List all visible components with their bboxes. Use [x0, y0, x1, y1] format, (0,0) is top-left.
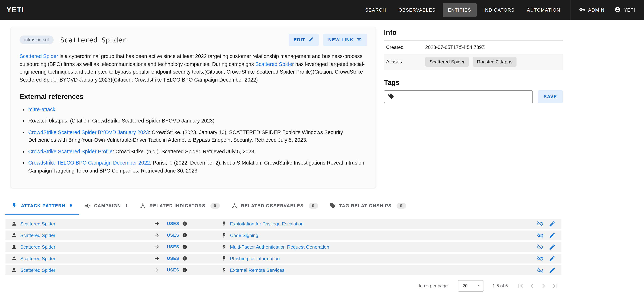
created-timestamp: 2023-07-05T17:54:54.789Z — [425, 44, 485, 50]
info-icon — [182, 268, 187, 273]
source-link[interactable]: Scattered Spider — [20, 256, 56, 261]
arrow-cell — [154, 244, 167, 250]
nav-item-observables[interactable]: OBSERVABLES — [393, 3, 441, 17]
user-icon-slot — [615, 6, 621, 14]
info-panel: Info Created 2023-07-05T17:54:54.789Z Al… — [384, 27, 563, 188]
edit-pencil-icon — [549, 232, 556, 239]
reference-item: Roasted 0ktapus: (Citation: CrowdStrike … — [28, 117, 367, 125]
relation-label[interactable]: USES — [167, 256, 179, 261]
newlink-icon-slot — [356, 37, 362, 43]
source-link[interactable]: Scattered Spider — [20, 233, 56, 238]
relationship-row: Scattered Spider USES Multi-Factor Authe… — [6, 242, 562, 252]
app-logo[interactable]: YETI — [6, 6, 24, 14]
tab-related-observables[interactable]: RELATED OBSERVABLES0 — [226, 197, 324, 215]
source-link[interactable]: Scattered Spider — [20, 267, 56, 273]
target-link[interactable]: Multi-Factor Authentication Request Gene… — [230, 244, 329, 250]
reference-item: CrowdStrike Scattered Spider Profile: Cr… — [28, 148, 367, 155]
save-tags-button[interactable]: SAVE — [538, 90, 563, 103]
relation-label[interactable]: USES — [167, 268, 179, 272]
relationship-type: USES — [167, 221, 221, 226]
tab-tag-relationships[interactable]: TAG RELATIONSHIPS0 — [324, 197, 412, 215]
entity-card: intrusion-set Scattered Spider EDIT NEW … — [11, 27, 376, 188]
relation-label[interactable]: USES — [167, 222, 179, 226]
lightning-icon — [221, 233, 227, 238]
relationship-tabs: ATTACK PATTERN5 CAMPAIGN1 RELATED INDICA… — [6, 197, 562, 215]
relationship-type: USES — [167, 268, 221, 273]
edit-relationship-button[interactable] — [549, 220, 556, 227]
target-link[interactable]: External Remote Services — [230, 267, 284, 273]
relationship-table: Scattered Spider USES Exploitation for P… — [6, 219, 562, 275]
edit-relationship-button[interactable] — [549, 255, 556, 262]
last-page-button[interactable] — [551, 282, 559, 290]
edit-relationship-button[interactable] — [549, 243, 556, 250]
alias-chips: Scattered SpiderRoasted 0ktapus — [425, 57, 517, 67]
edit-relationship-button[interactable] — [549, 232, 556, 239]
reference-link[interactable]: mitre-attack — [28, 107, 55, 112]
relationship-type: USES — [167, 256, 221, 261]
caret-slot — [476, 282, 481, 289]
relationship-source: Scattered Spider — [11, 232, 154, 238]
reference-item: CrowdStrike Scattered Spider BYOVD Janua… — [28, 129, 367, 144]
link-off-icon — [537, 255, 544, 262]
unlink-button[interactable] — [537, 243, 544, 250]
relation-label[interactable]: USES — [167, 233, 179, 237]
relationship-target: Multi-Factor Authentication Request Gene… — [221, 244, 537, 250]
person-icon — [11, 221, 17, 227]
tab-campaign[interactable]: CAMPAIGN1 — [78, 197, 134, 215]
unlink-button[interactable] — [537, 255, 544, 262]
new-link-button[interactable]: NEW LINK — [323, 34, 367, 46]
person-icon — [11, 267, 17, 273]
items-per-page-select[interactable]: 20 — [458, 280, 484, 292]
lightning-icon — [221, 244, 227, 250]
edit-button[interactable]: EDIT — [288, 34, 319, 46]
source-link[interactable]: Scattered Spider — [20, 244, 56, 250]
reference-link[interactable]: CrowdStrike Scattered Spider BYOVD Janua… — [28, 129, 149, 135]
relationship-row: Scattered Spider USES Phishing for Infor… — [6, 254, 562, 263]
unlink-button[interactable] — [537, 232, 544, 239]
row-actions — [537, 232, 556, 239]
reference-link[interactable]: Crowdstrike TELCO BPO Campaign December … — [28, 160, 150, 166]
tab-related-indicators[interactable]: RELATED INDICATORS0 — [134, 197, 226, 215]
nav-user-label: YETI — [624, 8, 635, 13]
count-badge: 0 — [210, 203, 220, 209]
pagination-controls — [516, 282, 559, 290]
first-page-button[interactable] — [516, 282, 524, 290]
nav-item-entities[interactable]: ENTITIES — [442, 3, 477, 17]
relation-label[interactable]: USES — [167, 245, 179, 249]
nav-item-search[interactable]: SEARCH — [360, 3, 392, 17]
edit-relationship-button[interactable] — [549, 267, 556, 274]
tab-attack-pattern[interactable]: ATTACK PATTERN5 — [6, 197, 78, 215]
nav-user-menu[interactable]: YETI — [610, 3, 640, 17]
next-page-button[interactable] — [540, 282, 548, 290]
entity-inline-link[interactable]: Scattered Spider — [255, 61, 294, 67]
target-link[interactable]: Code Signing — [230, 233, 258, 238]
person-icon — [11, 244, 17, 250]
tab-label: TAG RELATIONSHIPS — [339, 203, 392, 208]
arrow-cell — [154, 267, 167, 273]
relationship-row: Scattered Spider USES Exploitation for P… — [6, 219, 562, 229]
entity-inline-link[interactable]: Scattered Spider — [20, 53, 58, 59]
edit-pencil-icon — [308, 37, 314, 42]
person-icon — [11, 232, 17, 238]
relationship-row: Scattered Spider USES External Remote Se… — [6, 265, 562, 275]
target-link[interactable]: Exploitation for Privilege Escalation — [230, 221, 304, 226]
edit-pencil-icon — [549, 267, 556, 274]
arrow-forward-icon — [154, 221, 160, 227]
nav-item-indicators[interactable]: INDICATORS — [478, 3, 520, 17]
table-footer: Items per page: 20 1-5 of 5 — [6, 280, 562, 292]
reference-text: : CrowdStrike. (n.d.). Scattered Spider.… — [113, 148, 256, 154]
tag-input-field[interactable] — [397, 94, 529, 100]
top-section: intrusion-set Scattered Spider EDIT NEW … — [11, 27, 644, 188]
nav-admin[interactable]: ADMIN — [574, 3, 610, 17]
relationship-target: External Remote Services — [221, 267, 537, 273]
nav-item-automation[interactable]: AUTOMATION — [522, 3, 566, 17]
source-link[interactable]: Scattered Spider — [20, 221, 56, 226]
unlink-button[interactable] — [537, 267, 544, 274]
external-references-heading: External references — [20, 93, 367, 101]
target-link[interactable]: Phishing for Information — [230, 256, 280, 261]
unlink-button[interactable] — [537, 220, 544, 227]
tag-input[interactable] — [384, 90, 533, 103]
reference-link[interactable]: CrowdStrike Scattered Spider Profile — [28, 148, 113, 154]
previous-page-button[interactable] — [528, 282, 536, 290]
nav-divider — [570, 0, 570, 20]
